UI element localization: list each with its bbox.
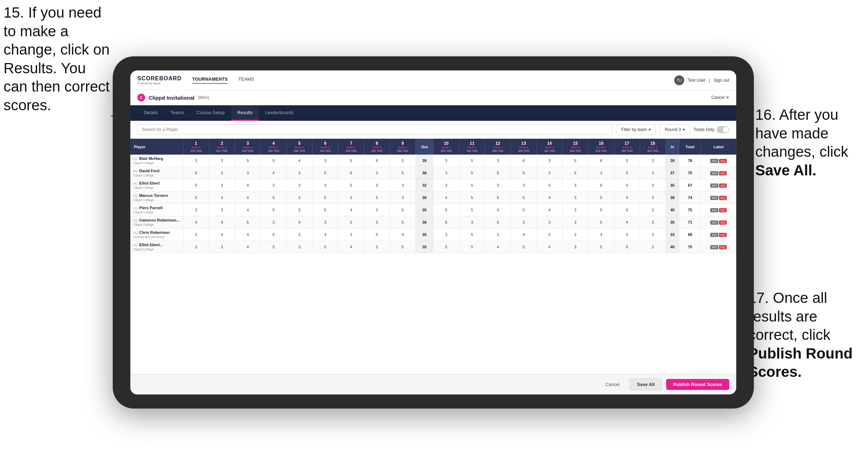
publish-round-scores-button[interactable]: Publish Round Scores <box>666 379 729 390</box>
hole-score-6[interactable]: 5 <box>312 192 338 204</box>
hole-score-back-14[interactable]: 4 <box>537 192 562 204</box>
hole-score-back-16[interactable]: 5 <box>588 216 614 229</box>
hole-score-back-11[interactable]: 5 <box>459 241 485 253</box>
round-select-btn[interactable]: Round 3 ▾ <box>659 124 690 135</box>
wd-badge[interactable]: WD <box>710 159 718 163</box>
wd-badge[interactable]: WD <box>710 208 718 212</box>
hole-score-2[interactable]: 3 <box>209 204 235 216</box>
hole-score-8[interactable]: 6 <box>364 155 390 167</box>
hole-score-back-10[interactable]: 5 <box>433 241 459 253</box>
hole-score-back-13[interactable]: 5 <box>511 192 537 204</box>
hole-score-3[interactable]: 4 <box>235 241 261 253</box>
hole-score-3[interactable]: 5 <box>235 216 261 229</box>
hole-score-6[interactable]: 5 <box>312 204 338 216</box>
dq-badge[interactable]: DQ <box>719 208 727 212</box>
hole-score-back-14[interactable]: 4 <box>537 241 562 253</box>
hole-score-back-15[interactable]: 3 <box>563 216 588 229</box>
dq-badge[interactable]: DQ <box>719 196 727 200</box>
hole-score-3[interactable]: 4 <box>235 192 261 204</box>
hole-score-back-17[interactable]: 4 <box>614 216 640 229</box>
hole-score-2[interactable]: 3 <box>209 192 235 204</box>
hole-score-2[interactable]: 3 <box>209 179 235 192</box>
hole-score-1[interactable]: 5 <box>183 192 209 204</box>
hole-score-9[interactable]: 3 <box>390 179 416 192</box>
hole-score-1[interactable]: 3 <box>183 229 209 241</box>
hole-score-9[interactable]: 4 <box>390 229 416 241</box>
sign-out-link[interactable]: Sign out <box>714 78 729 83</box>
hole-score-1[interactable]: 5 <box>183 179 209 192</box>
hole-score-7[interactable]: 4 <box>338 241 364 253</box>
hole-score-7[interactable]: 4 <box>338 204 364 216</box>
hole-score-back-12[interactable]: 3 <box>485 229 511 241</box>
hole-score-2[interactable]: 3 <box>209 241 235 253</box>
hole-score-back-18[interactable]: 3 <box>640 204 665 216</box>
filter-by-team-btn[interactable]: Filter by team ▾ <box>616 124 656 135</box>
dq-badge[interactable]: DQ <box>719 220 727 225</box>
hole-score-6[interactable]: 4 <box>312 229 338 241</box>
hole-score-back-18[interactable]: 3 <box>640 229 665 241</box>
cancel-tournament-btn[interactable]: Cancel ✕ <box>711 95 729 100</box>
wd-badge[interactable]: WD <box>710 196 718 200</box>
hole-score-back-18[interactable]: 3 <box>640 155 665 167</box>
hole-score-back-15[interactable]: 3 <box>563 192 588 204</box>
hole-score-9[interactable]: 5 <box>390 155 416 167</box>
hole-score-2[interactable]: 4 <box>209 216 235 229</box>
tab-course-setup[interactable]: Course Setup <box>190 105 231 121</box>
hole-score-back-14[interactable]: 4 <box>537 204 562 216</box>
hole-score-8[interactable]: 5 <box>364 229 390 241</box>
hole-score-8[interactable]: 3 <box>364 204 390 216</box>
hole-score-back-13[interactable]: 3 <box>511 179 537 192</box>
hole-score-4[interactable]: 3 <box>261 216 286 229</box>
hole-score-7[interactable]: 5 <box>338 179 364 192</box>
hole-score-back-14[interactable]: 3 <box>537 167 562 179</box>
hole-score-6[interactable]: 3 <box>312 179 338 192</box>
hole-score-6[interactable]: 5 <box>312 241 338 253</box>
hole-score-8[interactable]: 3 <box>364 179 390 192</box>
hole-score-1[interactable]: 3 <box>183 155 209 167</box>
hole-score-7[interactable]: 3 <box>338 192 364 204</box>
dq-badge[interactable]: DQ <box>719 159 727 163</box>
hole-score-back-16[interactable]: 6 <box>588 179 614 192</box>
hole-score-8[interactable]: 3 <box>364 241 390 253</box>
hole-score-back-17[interactable]: 4 <box>614 192 640 204</box>
hole-score-9[interactable]: 3 <box>390 192 416 204</box>
hole-score-6[interactable]: 5 <box>312 167 338 179</box>
hole-score-back-16[interactable]: 6 <box>588 155 614 167</box>
hole-score-7[interactable]: 6 <box>338 167 364 179</box>
hole-score-4[interactable]: 5 <box>261 229 286 241</box>
tab-results[interactable]: Results <box>231 105 259 121</box>
hole-score-back-15[interactable]: 3 <box>563 229 588 241</box>
wd-badge[interactable]: WD <box>710 220 718 225</box>
hole-score-4[interactable]: 5 <box>261 155 286 167</box>
hole-score-9[interactable]: 5 <box>390 216 416 229</box>
hole-score-5[interactable]: 4 <box>286 155 312 167</box>
hole-score-back-10[interactable]: 3 <box>433 167 459 179</box>
hole-score-back-13[interactable]: 6 <box>511 155 537 167</box>
hole-score-back-18[interactable]: 3 <box>640 241 665 253</box>
wd-badge[interactable]: WD <box>710 183 718 188</box>
hole-score-6[interactable]: 3 <box>312 216 338 229</box>
nav-teams[interactable]: TEAMS <box>238 76 254 84</box>
hole-score-back-11[interactable]: 5 <box>459 229 485 241</box>
hole-score-back-13[interactable]: 4 <box>511 229 537 241</box>
hole-score-back-10[interactable]: 3 <box>433 179 459 192</box>
hole-score-1[interactable]: 4 <box>183 216 209 229</box>
hole-score-3[interactable]: 4 <box>235 229 261 241</box>
wd-badge[interactable]: WD <box>710 171 718 175</box>
hole-score-back-12[interactable]: 5 <box>485 192 511 204</box>
hole-score-back-15[interactable]: 3 <box>563 204 588 216</box>
cancel-button[interactable]: Cancel <box>600 379 625 390</box>
hole-score-back-16[interactable]: 5 <box>588 204 614 216</box>
hole-score-back-15[interactable]: 5 <box>563 155 588 167</box>
nav-tournaments[interactable]: TOURNAMENTS <box>192 76 228 84</box>
hole-score-5[interactable]: 3 <box>286 167 312 179</box>
hole-score-5[interactable]: 4 <box>286 216 312 229</box>
hole-score-back-18[interactable]: 3 <box>640 192 665 204</box>
dq-badge[interactable]: DQ <box>719 245 727 249</box>
hole-score-back-10[interactable]: 6 <box>433 216 459 229</box>
hole-score-5[interactable]: 3 <box>286 179 312 192</box>
hole-score-back-14[interactable]: 3 <box>537 216 562 229</box>
hole-score-3[interactable]: 4 <box>235 179 261 192</box>
hole-score-back-15[interactable]: 5 <box>563 167 588 179</box>
hole-score-5[interactable]: 3 <box>286 204 312 216</box>
